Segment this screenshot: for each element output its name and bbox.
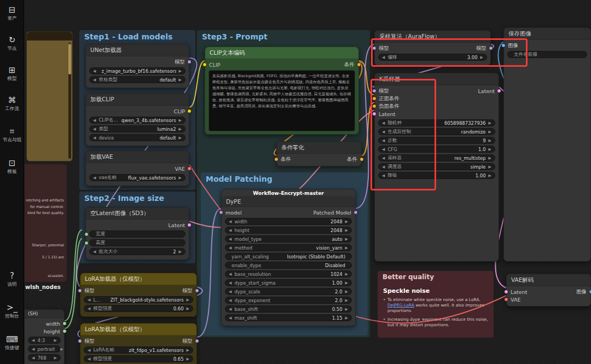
- node-title[interactable]: VAE解码: [507, 274, 590, 286]
- increment-arrow[interactable]: ▶: [489, 156, 491, 160]
- slot-dot[interactable]: [497, 89, 501, 93]
- decrement-arrow[interactable]: ◀: [382, 55, 385, 60]
- input-slot-VAE[interactable]: VAE: [510, 297, 520, 303]
- node-empty-latent[interactable]: 空Latent图像（SD3） Latent宽度高度◀批次大小2▶: [85, 207, 189, 260]
- slot-dot[interactable]: [187, 166, 192, 171]
- slot-dot[interactable]: [504, 290, 508, 294]
- widget-input-dot[interactable]: [84, 232, 89, 236]
- input-slot-模型[interactable]: 模型: [378, 45, 389, 52]
- increment-arrow[interactable]: ▶: [187, 307, 189, 311]
- decrement-arrow[interactable]: ◀: [88, 348, 90, 353]
- dejpeg-lora-link[interactable]: DeJPEG-LoRA: [387, 303, 414, 308]
- slot-dot[interactable]: [274, 157, 279, 161]
- decrement-arrow[interactable]: ◀: [93, 176, 96, 180]
- slot-dot[interactable]: [372, 89, 376, 93]
- widget-width[interactable]: ◀width2048▶: [225, 218, 352, 225]
- decrement-arrow[interactable]: ◀: [382, 165, 385, 169]
- increment-arrow[interactable]: ▶: [489, 138, 491, 143]
- slot-dot[interactable]: [504, 297, 508, 302]
- increment-arrow[interactable]: ▶: [489, 130, 491, 134]
- decrement-arrow[interactable]: ◀: [382, 138, 385, 143]
- sidebar-item-shortcuts[interactable]: ⌨快捷键: [0, 335, 24, 351]
- increment-arrow[interactable]: ▶: [187, 357, 189, 361]
- decrement-arrow[interactable]: ◀: [229, 219, 231, 224]
- slot-dot[interactable]: [372, 96, 376, 101]
- node-title[interactable]: 加载VAE: [86, 151, 189, 163]
- decrement-arrow[interactable]: ◀: [229, 272, 231, 276]
- increment-arrow[interactable]: ▶: [345, 281, 348, 285]
- widget-yarn_alt_scaling[interactable]: yarn_alt_scalingIsotropic (Stable Defaul…: [225, 253, 352, 260]
- widget-模型强度[interactable]: ◀模型强度0.65▶: [84, 355, 193, 362]
- node-partial-sh[interactable]: (SH) widthheight◀4:3▶◀portrait▶◀768▶: [24, 309, 65, 364]
- increment-arrow[interactable]: ▶: [187, 348, 189, 353]
- increment-arrow[interactable]: ▶: [345, 307, 348, 311]
- increment-arrow[interactable]: ▶: [345, 237, 348, 241]
- widget-base_resolution[interactable]: ◀base_resolution1024▶: [225, 270, 352, 278]
- increment-arrow[interactable]: ▶: [179, 127, 182, 131]
- prompt-textarea[interactable]: 真实摄影质感, Blackgold风格, FOFO, 很强的半身构图, 一位年轻…: [208, 70, 355, 131]
- slot-dot[interactable]: [489, 46, 493, 50]
- node-lora-loader-2[interactable]: LoRA加载器（仅模型） 模型模型◀LoRA名称zit_fdpo_v1.safe…: [80, 323, 197, 364]
- widget-value[interactable]: ◀z_image_turbo_bf16.safetensors▶: [89, 67, 186, 74]
- group-title-model-patching[interactable]: Model Patching: [201, 172, 368, 186]
- increment-arrow[interactable]: ▶: [345, 290, 348, 294]
- input-slot-模型[interactable]: 模型: [84, 338, 95, 345]
- slot-dot[interactable]: [360, 157, 364, 161]
- output-slot-模型[interactable]: 模型: [476, 45, 487, 52]
- decrement-arrow[interactable]: ◀: [93, 136, 96, 140]
- node-title[interactable]: 空Latent图像（SD3）: [86, 207, 189, 219]
- increment-arrow[interactable]: ▶: [187, 298, 189, 302]
- slot-dot[interactable]: [187, 223, 192, 227]
- widget-dype_exponent[interactable]: ◀dype_exponent2.0▶: [225, 297, 352, 304]
- output-slot-VAE[interactable]: VAE: [175, 166, 186, 172]
- slot-dot[interactable]: [589, 290, 591, 294]
- widget-LoRA名称[interactable]: ◀LoRA名称zit_fdpo_v1.safetensors▶: [84, 346, 193, 354]
- partial-node-header[interactable]: [27, 32, 72, 41]
- widget-base_shift[interactable]: ◀base_shift0.50▶: [225, 305, 352, 313]
- widget-生成后控制[interactable]: ◀生成后控制randomize▶: [378, 128, 495, 135]
- increment-arrow[interactable]: ▶: [489, 147, 491, 152]
- decrement-arrow[interactable]: ◀: [32, 347, 34, 351]
- widget-768[interactable]: ◀768▶: [28, 354, 61, 361]
- widget-CFG[interactable]: ◀CFG1.0▶: [378, 146, 495, 153]
- slot-dot[interactable]: [187, 60, 192, 64]
- output-slot-图像[interactable]: 图像: [576, 288, 587, 296]
- input-slot-模型[interactable]: 模型: [378, 88, 389, 95]
- increment-arrow[interactable]: ▶: [345, 316, 348, 320]
- increment-arrow[interactable]: ▶: [179, 136, 182, 140]
- slot-dot[interactable]: [354, 210, 358, 215]
- input-slot-模型[interactable]: 模型: [84, 287, 95, 294]
- decrement-arrow[interactable]: ◀: [229, 228, 231, 233]
- increment-arrow[interactable]: ▶: [489, 121, 491, 125]
- slot-dot[interactable]: [372, 104, 376, 108]
- output-slot-Latent[interactable]: Latent: [169, 222, 186, 228]
- slot-dot[interactable]: [219, 210, 223, 215]
- node-title[interactable]: (SH): [25, 310, 64, 318]
- widget-vae名称[interactable]: ◀vae名称flux_vae.safetensors▶: [89, 174, 186, 181]
- decrement-arrow[interactable]: ◀: [229, 316, 231, 320]
- decrement-arrow[interactable]: ◀: [88, 298, 90, 302]
- slot-dot[interactable]: [195, 288, 199, 293]
- input-slot-Latent[interactable]: Latent: [378, 111, 395, 117]
- decrement-arrow[interactable]: ◀: [382, 121, 385, 125]
- widget-模型强度[interactable]: ◀模型强度0.60▶: [84, 305, 193, 312]
- slot-dot[interactable]: [62, 321, 67, 326]
- widget-L…[interactable]: ◀L…ZIT_blackgold-style.safetensors▶: [84, 296, 193, 303]
- decrement-arrow[interactable]: ◀: [229, 307, 231, 311]
- input-slot-Latent[interactable]: Latent: [510, 289, 527, 295]
- input-slot-CLIP[interactable]: CLIP: [208, 62, 220, 68]
- slot-dot[interactable]: [195, 339, 199, 343]
- node-conditioning-zero-out[interactable]: 条件零化 条件条件: [276, 141, 362, 166]
- increment-arrow[interactable]: ▶: [60, 347, 63, 351]
- decrement-arrow[interactable]: ◀: [93, 118, 96, 123]
- widget-height[interactable]: ◀height2048▶: [225, 227, 352, 234]
- widget-4:3[interactable]: ◀4:3▶: [28, 337, 61, 344]
- input-slot-条件[interactable]: 条件: [280, 156, 291, 163]
- node-title[interactable]: 加载CLIP: [86, 94, 189, 106]
- node-sampler-auraflow[interactable]: 采样算法（AuraFlow） 模型模型◀偏移3.00▶: [374, 30, 491, 66]
- node-title[interactable]: 保存图像: [504, 28, 590, 40]
- node-dype[interactable]: Workflow-Encrypt-master DyPE modelPatche…: [221, 189, 356, 326]
- widget-剪枝类型[interactable]: ◀剪枝类型default▶: [89, 76, 186, 83]
- node-vae-decode[interactable]: VAE解码 Latent图像VAE: [506, 274, 591, 307]
- widget-批次大小[interactable]: ◀批次大小2▶: [89, 248, 186, 255]
